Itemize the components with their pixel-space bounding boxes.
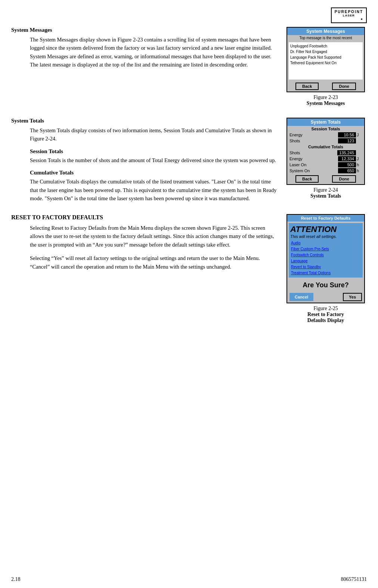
logo: PUREPOINT LASER ●: [331, 7, 367, 23]
fig23-subheader: Top message is the most recent: [287, 35, 364, 41]
fig23-back-button[interactable]: Back: [295, 83, 319, 90]
section-system-totals: System Totals The System Totals display …: [11, 118, 367, 203]
reset-item-treatment: Treatment Total Options: [291, 270, 361, 276]
fig25-cancel-button[interactable]: Cancel: [289, 293, 313, 301]
section2-heading: System Totals: [11, 118, 277, 124]
fig25-caption-line3: Defaults Display: [307, 318, 344, 324]
fig24-back-button[interactable]: Back: [295, 175, 319, 183]
fig25-attention-subtitle: This will reset all settings.: [290, 234, 361, 239]
reset-item-revert: Revert to Standby: [291, 264, 361, 270]
section-system-messages: System Messages The System Messages disp…: [11, 27, 367, 106]
fig23-buttons: Back Done: [287, 81, 364, 92]
msg4: Tethered Equipment Not On: [290, 60, 361, 66]
fig24-cum-row-shots: Shots 135,245: [287, 150, 364, 156]
msg3: Language Pack Not Supported: [290, 55, 361, 60]
section-reset: RESET TO FACTORY DEFAULTS Selecting Rese…: [11, 214, 367, 324]
section1-body: The System Messages display shown in Fig…: [30, 35, 277, 69]
section2-body-intro: The System Totals display consists of tw…: [30, 126, 277, 203]
logo-text: PUREPOINT: [335, 10, 363, 14]
logo-subtext: LASER: [335, 14, 363, 17]
section1-text: System Messages The System Messages disp…: [11, 27, 277, 106]
page-header: PUREPOINT LASER ●: [11, 7, 367, 23]
reset-item-footswitch: Footswitch Controls: [291, 252, 361, 258]
section2-subheading2: Cumulative Totals: [30, 170, 277, 176]
fig25-attention-title: ATTENTION: [290, 225, 361, 234]
section1-figure: System Messages Top message is the most …: [285, 27, 367, 106]
fig24-session-header: Session Totals: [287, 126, 364, 132]
fig23-caption-line1: Figure 2-23: [307, 95, 345, 100]
fig25-attention-box: ATTENTION This will reset all settings. …: [289, 223, 363, 278]
fig25-buttons: Cancel Yes: [287, 291, 364, 303]
section2-body-session: Session Totals is the number of shots an…: [30, 156, 277, 164]
fig25-caption-line1: Figure 2-25: [307, 306, 344, 312]
fig25-are-you-sure: Are You Sure?: [287, 279, 364, 291]
figure-23: System Messages Top message is the most …: [286, 27, 365, 92]
fig24-cum-row-laseron: Laser On 500 h: [287, 162, 364, 168]
section2-subheading1: Session Totals: [30, 148, 277, 155]
fig23-messages: Unplugged Footswitch Dr. Filter Not Enga…: [289, 42, 363, 80]
fig25-title: Reset to Factory Defaults: [287, 215, 364, 222]
fig25-caption-line2: Reset to Factory: [307, 312, 344, 318]
fig25-caption: Figure 2-25 Reset to Factory Defaults Di…: [307, 306, 344, 324]
section1-heading: System Messages: [11, 27, 277, 33]
fig25-yes-button[interactable]: Yes: [343, 293, 362, 301]
fig24-buttons: Back Done: [287, 174, 364, 184]
section3-body: Selecting Reset to Factory Defaults from…: [30, 224, 277, 271]
section3-heading: RESET TO FACTORY DEFAULTS: [11, 214, 277, 221]
fig24-title: System Totals: [287, 118, 364, 126]
fig24-cumulative-header: Cumulative Totals: [287, 144, 364, 150]
section3-body2: Selecting “Yes” will reset all factory s…: [30, 254, 277, 271]
figure-24: System Totals Session Totals Energy 10.5…: [286, 118, 365, 185]
footer-right: 8065751131: [341, 576, 367, 582]
reset-item-language: Language: [291, 258, 361, 264]
reset-item-audio: Audio: [291, 240, 361, 246]
fig24-cum-row-systemon: System On 650 h: [287, 168, 364, 174]
reset-item-fiber: Fiber Custom Pre-Sets: [291, 246, 361, 252]
page-footer: 2.18 8065751131: [11, 576, 367, 582]
footer-left: 2.18: [11, 576, 21, 582]
section2-text: System Totals The System Totals display …: [11, 118, 277, 203]
section2-figure: System Totals Session Totals Energy 10.5…: [285, 118, 367, 203]
figure-25: Reset to Factory Defaults ATTENTION This…: [286, 214, 365, 303]
fig24-cum-row-energy: Energy 12,334 J: [287, 156, 364, 162]
fig24-session-row-shots: Shots 123: [287, 138, 364, 144]
section3-figure: Reset to Factory Defaults ATTENTION This…: [285, 214, 367, 324]
fig23-caption: Figure 2-23 System Messages: [307, 95, 345, 106]
page-container: PUREPOINT LASER ● System Messages The Sy…: [0, 0, 378, 588]
section2-body-cumulative: The Cumulative Totals displays the cumul…: [30, 177, 277, 202]
fig24-done-button[interactable]: Done: [332, 175, 356, 183]
msg1: Unplugged Footswitch: [290, 43, 361, 49]
fig24-caption: Figure 2-24 System Totals: [310, 187, 341, 199]
section2-layout: System Totals The System Totals display …: [11, 118, 367, 203]
section3-body1: Selecting Reset to Factory Defaults from…: [30, 224, 277, 249]
fig24-session-row-energy: Energy 10.56 J: [287, 132, 364, 138]
fig23-title: System Messages: [287, 28, 364, 35]
fig24-caption-line1: Figure 2-24: [310, 187, 341, 193]
fig25-items: Audio Fiber Custom Pre-Sets Footswitch C…: [290, 240, 361, 276]
msg2: Dr. Filter Not Engaged: [290, 49, 361, 55]
fig23-done-button[interactable]: Done: [332, 83, 356, 90]
fig24-caption-line2: System Totals: [310, 193, 341, 199]
fig23-caption-line2: System Messages: [307, 100, 345, 106]
section3-text: RESET TO FACTORY DEFAULTS Selecting Rese…: [11, 214, 277, 324]
